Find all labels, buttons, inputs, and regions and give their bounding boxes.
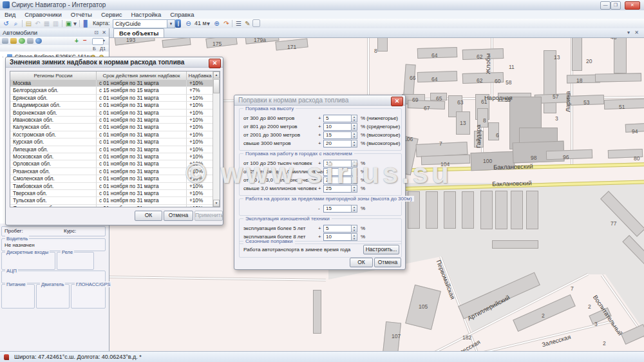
- corrections-cancel-button[interactable]: Отмена: [374, 258, 401, 267]
- edit-icon[interactable]: [10, 38, 17, 44]
- spinner-input[interactable]: 15: [323, 168, 352, 176]
- winter-dialog-titlebar[interactable]: Значения зимних надбавок к нормам расход…: [6, 57, 223, 68]
- vehicle-icon[interactable]: ▣: [64, 19, 73, 28]
- zoom-out-icon[interactable]: ⊖: [184, 19, 193, 28]
- table-row[interactable]: Владимирская обл.с 01 ноября по 31 марта…: [10, 102, 220, 109]
- spinner-input[interactable]: 5: [323, 225, 352, 233]
- menu-item-1[interactable]: Справочники: [20, 10, 66, 19]
- menu-item-0[interactable]: Вид: [0, 10, 20, 19]
- spinner-input[interactable]: 10: [323, 160, 352, 167]
- vehicle-dropdown-icon[interactable]: ▾: [73, 19, 77, 28]
- spinner-buttons[interactable]: ▲▼: [351, 185, 357, 193]
- spinner-buttons[interactable]: ▲▼: [351, 168, 357, 176]
- winter-cancel-button[interactable]: Отмена: [164, 211, 193, 221]
- spinner-input[interactable]: 10: [323, 123, 352, 131]
- spinner-input[interactable]: 20: [323, 176, 352, 184]
- spinner-input[interactable]: 20: [323, 140, 352, 148]
- track-slider-icon[interactable]: ┃: [175, 19, 181, 28]
- tabs-dropdown-icon[interactable]: ▾: [627, 30, 630, 35]
- table-row[interactable]: Орловская обл.с 01 ноября по 31 марта+10…: [10, 160, 220, 167]
- spinner-buttons[interactable]: ▲▼: [351, 205, 357, 213]
- table-row[interactable]: Брянская обл.с 01 ноября по 31 марта+10%: [10, 95, 220, 102]
- view-dropdown-arrow-icon[interactable]: ▾: [103, 38, 107, 44]
- chart-icon[interactable]: ▊: [82, 19, 90, 28]
- corrections-dialog-titlebar[interactable]: Поправки к нормам расхода топлива ✕: [234, 95, 405, 106]
- spinner-buttons[interactable]: ▲▼: [351, 115, 357, 122]
- table-row[interactable]: Ярославская обл.с 01 ноября по 31 марта+…: [10, 205, 220, 207]
- table-row[interactable]: Тульская обл.с 01 ноября по 31 марта+10%: [10, 197, 220, 204]
- maximize-button[interactable]: ❐: [611, 1, 621, 10]
- winter-ok-button[interactable]: ОК: [135, 211, 162, 221]
- pin-icon[interactable]: ⊡: [94, 28, 99, 37]
- add-icon[interactable]: +: [75, 38, 81, 44]
- spinner-buttons[interactable]: ▲▼: [351, 123, 357, 131]
- table-row[interactable]: Тверская обл.с 01 ноября по 31 марта+10%: [10, 190, 220, 197]
- north-arrow-icon[interactable]: ↷: [222, 19, 231, 28]
- scroll-up-icon[interactable]: ▲: [213, 71, 220, 79]
- globe-green-icon[interactable]: [19, 38, 25, 44]
- edit-grid-icon[interactable]: ▤: [24, 19, 33, 28]
- spinner-buttons[interactable]: ▲▼: [351, 176, 357, 184]
- spinner-input[interactable]: 25: [323, 185, 352, 193]
- seasonal-configure-button[interactable]: Настроить...: [363, 245, 399, 254]
- map-building: [462, 191, 474, 229]
- table-row[interactable]: Белгородская обл.с 15 ноября по 15 марта…: [10, 87, 220, 94]
- camera-icon[interactable]: [27, 38, 33, 44]
- scale-dropdown-icon[interactable]: ▾: [206, 19, 211, 28]
- legend-list-icon[interactable]: ☰: [234, 19, 243, 28]
- table-row[interactable]: Воронежская обл.с 01 ноября по 31 марта+…: [10, 110, 220, 117]
- table-row[interactable]: Ивановская обл.с 01 ноября по 31 марта+1…: [10, 117, 220, 124]
- winter-apply-button[interactable]: Применить: [194, 211, 223, 221]
- spinner-buttons[interactable]: ▲▼: [351, 140, 357, 148]
- winter-dialog-close-icon[interactable]: ✕: [209, 59, 221, 68]
- blank-toggle-icon[interactable]: [252, 19, 260, 27]
- corrections-dialog-close-icon[interactable]: ✕: [391, 97, 403, 106]
- menu-item-2[interactable]: Отчёты: [66, 10, 97, 19]
- print-icon[interactable]: [2, 38, 8, 44]
- close-button[interactable]: ✕: [625, 1, 640, 10]
- minimize-button[interactable]: —: [600, 1, 611, 10]
- spinner-buttons[interactable]: ▲▼: [351, 225, 357, 233]
- spinner-input[interactable]: 5: [323, 115, 352, 122]
- table-row[interactable]: Рязанская обл.с 01 ноября по 31 марта+10…: [10, 168, 220, 175]
- col-region[interactable]: Регионы России: [10, 71, 97, 80]
- table-row[interactable]: Костромская обл.с 01 ноября по 31 марта+…: [10, 131, 220, 138]
- table-row[interactable]: Смоленская обл.с 01 ноября по 31 марта+1…: [10, 175, 220, 182]
- spinner-input[interactable]: 15: [323, 131, 352, 139]
- remove-icon[interactable]: −: [83, 38, 90, 44]
- corrections-ok-button[interactable]: ОК: [350, 258, 373, 267]
- table-row[interactable]: Липецкая обл.с 01 ноября по 31 марта+10%: [10, 146, 220, 153]
- spinner-input[interactable]: 10: [323, 233, 352, 241]
- table-row[interactable]: Калужская обл.с 01 ноября по 31 марта+10…: [10, 124, 220, 131]
- spinner-buttons[interactable]: ▲▼: [351, 233, 357, 241]
- tabs-close-icon[interactable]: ✕: [634, 30, 639, 35]
- table-row[interactable]: Курская обл.с 01 ноября по 31 марта+10%: [10, 138, 220, 146]
- search-icon[interactable]: ⌕: [12, 19, 20, 28]
- globe-blue-icon[interactable]: [35, 38, 42, 44]
- scroll-thumb[interactable]: [213, 79, 220, 93]
- winter-table-scrollbar[interactable]: ▲ ▼: [213, 71, 220, 207]
- table-row[interactable]: Москвас 01 ноября по 31 марта+10%: [10, 80, 220, 87]
- table-row[interactable]: Московская обл.с 01 ноября по 31 марта+1…: [10, 153, 220, 160]
- zoom-in-icon[interactable]: ⊕: [213, 19, 221, 28]
- spinner-buttons[interactable]: ▲▼: [351, 160, 357, 167]
- map-select[interactable]: CityGuide ▼: [113, 19, 175, 28]
- spinner-input[interactable]: 15: [323, 205, 352, 213]
- correction-note: %: [361, 205, 365, 211]
- chevron-down-icon[interactable]: ▼: [167, 20, 175, 28]
- menu-item-4[interactable]: Настройка: [126, 10, 166, 19]
- spinner-buttons[interactable]: ▲▼: [351, 131, 357, 139]
- panel-close-icon[interactable]: ✕: [102, 28, 106, 37]
- refresh-icon[interactable]: ↺: [2, 19, 10, 28]
- menu-item-5[interactable]: Справка: [166, 10, 198, 19]
- edit-note-icon[interactable]: ✎: [243, 19, 252, 28]
- tab-all-objects[interactable]: Все объекты: [113, 28, 164, 37]
- col-period[interactable]: Срок действия зимних надбавок: [97, 71, 187, 80]
- map-tab-strip: Все объекты ▾ ✕: [109, 28, 644, 38]
- table-row[interactable]: Тамбовская обл.с 01 ноября по 31 марта+1…: [10, 183, 220, 190]
- col-value[interactable]: Надбавка: [187, 71, 214, 80]
- menu-item-3[interactable]: Сервис: [97, 10, 127, 19]
- tree-expand-icon[interactable]: ·: [2, 53, 4, 61]
- view-dropdown[interactable]: [92, 38, 104, 45]
- scroll-down-icon[interactable]: ▼: [213, 200, 220, 207]
